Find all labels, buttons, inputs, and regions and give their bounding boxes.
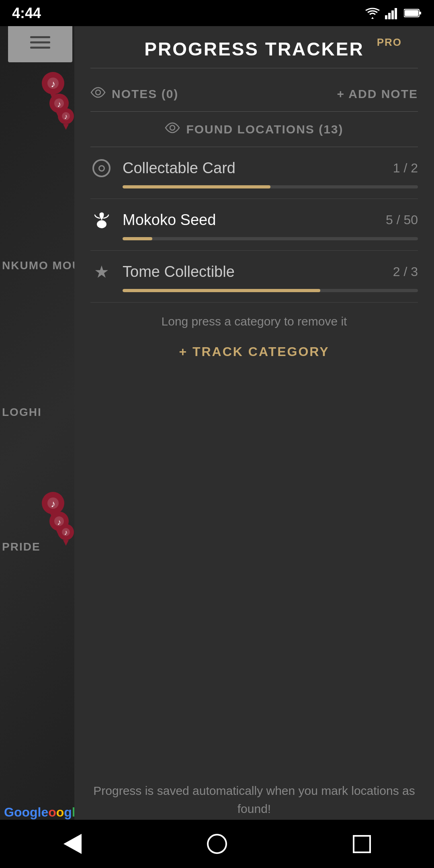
panel-content: PROGRESS TRACKER PRO NOTES (0) + ADD NOT…: [74, 26, 434, 766]
signal-icon: [385, 7, 399, 19]
found-locations-label: FOUND LOCATIONS (13): [186, 123, 343, 136]
collectable-card-name: Collectable Card: [123, 160, 383, 177]
svg-marker-23: [63, 540, 69, 546]
tome-collectible-progress-fill: [123, 289, 320, 292]
wifi-icon: [365, 7, 380, 19]
category-header-mokoko-seed: Mokoko Seed 5 / 50: [90, 209, 418, 231]
collectable-card-progress-fill: [123, 185, 270, 188]
back-icon: [63, 834, 82, 854]
svg-rect-29: [419, 12, 421, 14]
map-label-nkumo: NKUMO MOU: [2, 259, 81, 272]
navigation-bar: [0, 820, 434, 868]
mokoko-seed-progress-fill: [123, 237, 152, 240]
add-note-button[interactable]: + ADD NOTE: [337, 87, 418, 101]
hamburger-menu-button[interactable]: [8, 22, 72, 62]
pro-badge: PRO: [377, 36, 402, 49]
svg-text:♪: ♪: [64, 528, 68, 536]
svg-rect-30: [405, 10, 418, 16]
hamburger-icon: [30, 36, 50, 49]
mokoko-seed-name: Mokoko Seed: [123, 211, 376, 229]
nav-home-button[interactable]: [205, 832, 229, 856]
status-icons: [365, 7, 422, 19]
battery-icon: [404, 8, 422, 18]
panel-title: PROGRESS TRACKER: [144, 38, 364, 60]
collectable-card-progress-track: [123, 185, 418, 188]
panel-header: PROGRESS TRACKER PRO: [90, 38, 418, 68]
svg-point-33: [97, 220, 106, 228]
notes-left: NOTES (0): [90, 86, 178, 101]
svg-rect-26: [391, 10, 394, 19]
tome-collectible-icon: ★: [90, 261, 113, 283]
google-g: Google: [4, 805, 48, 819]
map-pin-6[interactable]: ♪: [56, 522, 76, 548]
status-bar: 4:44: [0, 0, 434, 26]
nav-back-button[interactable]: [60, 832, 84, 856]
collectable-card-icon: [90, 157, 113, 179]
svg-text:♪: ♪: [51, 498, 55, 509]
tome-collectible-progress-track: [123, 289, 418, 292]
found-locations-row: FOUND LOCATIONS (13): [90, 112, 418, 147]
found-eye-icon: [165, 122, 180, 137]
home-icon: [207, 834, 227, 854]
svg-rect-24: [385, 15, 387, 19]
recent-icon: [353, 835, 371, 853]
category-item-tome-collectible[interactable]: ★ Tome Collectible 2 / 3: [90, 251, 418, 303]
mokoko-seed-icon: [90, 209, 113, 231]
svg-rect-25: [388, 13, 391, 19]
nav-recent-button[interactable]: [350, 832, 374, 856]
google-logo: Googleoogle: [4, 805, 83, 820]
notes-eye-icon: [90, 86, 106, 101]
hint-text: Long press a category to remove it: [90, 303, 418, 336]
svg-point-31: [96, 90, 100, 95]
notes-label: NOTES (0): [112, 87, 178, 101]
mokoko-seed-progress-track: [123, 237, 418, 240]
tome-collectible-progress: 2 / 3: [393, 264, 418, 279]
category-header-collectable-card: Collectable Card 1 / 2: [90, 157, 418, 179]
category-item-mokoko-seed[interactable]: Mokoko Seed 5 / 50: [90, 199, 418, 251]
svg-text:♪: ♪: [64, 113, 68, 121]
svg-rect-27: [395, 8, 397, 19]
map-pin-3[interactable]: ♪: [56, 106, 76, 132]
category-item-collectable-card[interactable]: Collectable Card 1 / 2: [90, 147, 418, 199]
svg-marker-11: [63, 124, 69, 130]
notes-row: NOTES (0) + ADD NOTE: [90, 76, 418, 112]
svg-point-32: [170, 125, 175, 130]
map-label-pride: PRIDE: [2, 540, 41, 553]
tome-collectible-name: Tome Collectible: [123, 263, 383, 280]
map-label-loghi: LOGHI: [2, 406, 42, 419]
svg-text:♪: ♪: [51, 78, 55, 89]
status-time: 4:44: [12, 5, 41, 22]
progress-tracker-panel: PROGRESS TRACKER PRO NOTES (0) + ADD NOT…: [74, 0, 434, 868]
mokoko-seed-progress: 5 / 50: [386, 213, 418, 227]
track-category-button[interactable]: + TRACK CATEGORY: [90, 336, 418, 367]
collectable-card-progress: 1 / 2: [393, 161, 418, 176]
category-header-tome-collectible: ★ Tome Collectible 2 / 3: [90, 261, 418, 283]
